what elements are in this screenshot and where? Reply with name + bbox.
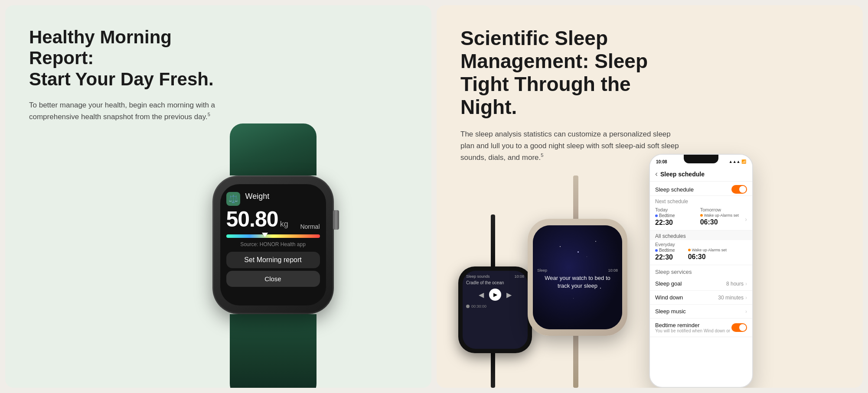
- watch-band-top: [230, 123, 317, 175]
- watches-group: Sleep sounds 10:08 Cradle of the ocean ◀…: [458, 175, 636, 388]
- watch-band-bottom: [230, 314, 317, 388]
- everyday-wakeup: Wake up·Alarms set 06:30: [688, 248, 727, 261]
- watch-large: Sleep 10:08 Wear your watch to bed to tr…: [528, 175, 636, 388]
- everyday-bed-dot: [655, 249, 658, 252]
- wakeup-type: Wake up·Alarms set: [700, 213, 745, 218]
- ws-header: Sleep sounds 10:08: [466, 274, 524, 279]
- ws-song: Cradle of the ocean: [466, 280, 524, 285]
- bedtime-dot: [655, 214, 658, 217]
- wakeup-dot: [700, 214, 703, 217]
- wind-down-value: 30 minutes: [718, 295, 744, 301]
- everyday-times: Bedtime 22:30 Wake up·Alarms set 06:30: [655, 248, 747, 261]
- right-panel: Scientific Sleep Management: Sleep Tight…: [437, 5, 863, 388]
- sleep-schedule-label: Sleep schedule: [655, 186, 694, 193]
- timer-icon: [466, 305, 470, 308]
- right-title: Scientific Sleep Management: Sleep Tight…: [460, 27, 677, 119]
- watch-value: 50.80: [226, 208, 278, 230]
- bedtime-type: Bedtime: [655, 213, 700, 218]
- wl-text: Wear your watch to bed to track your sle…: [533, 274, 622, 290]
- phone-notch: [684, 155, 718, 163]
- next-icon[interactable]: ▶: [506, 291, 512, 299]
- screen-title: Sleep schedule: [660, 171, 705, 178]
- watch-source: Source: HONOR Health app: [240, 241, 306, 247]
- watch-status: Normal: [300, 223, 320, 230]
- back-button[interactable]: ‹: [655, 169, 658, 179]
- watch-screen: ⚖️ Weight 50.80 kg Normal Source: HONOR …: [220, 184, 326, 305]
- wind-down-chevron: ›: [745, 295, 747, 301]
- phone-mockup: 10:08 ▲▲▲ 📶 ‹ Sleep schedule Sleep sched…: [649, 154, 753, 388]
- bedtime-reminder-toggle[interactable]: [731, 323, 747, 332]
- tomorrow-col: Tomorrow Wake up·Alarms set 06:30: [700, 207, 745, 227]
- watch-large-body: Sleep 10:08 Wear your watch to bed to tr…: [528, 219, 627, 336]
- wakeup-time-today: 06:30: [700, 218, 745, 226]
- wind-down-label: Wind down: [655, 294, 683, 301]
- today-label: Today: [655, 207, 700, 212]
- sleep-goal-chevron: ›: [745, 281, 747, 287]
- left-description: To better manage your health, begin each…: [29, 99, 255, 123]
- bedtime-reminder-label: Bedtime reminder: [655, 322, 730, 328]
- next-schedule-header: Next schedule: [650, 196, 752, 205]
- today-col: Today Bedtime 22:30: [655, 207, 700, 227]
- sleep-goal-right: 8 hours ›: [726, 281, 747, 287]
- ws-timer: 00:30:00: [466, 304, 524, 309]
- bedtime-reminder-content: Bedtime reminder You will be notified wh…: [655, 322, 730, 333]
- phone-content: ‹ Sleep schedule Sleep schedule Next sch…: [650, 167, 752, 382]
- left-panel: Healthy Morning Report: Start Your Day F…: [5, 5, 431, 388]
- watch-bar-track: [226, 234, 320, 238]
- everyday-label: Everyday: [655, 242, 747, 247]
- bedtime-reminder-item: Bedtime reminder You will be notified wh…: [650, 318, 752, 337]
- status-signal: ▲▲▲ 📶: [729, 159, 746, 164]
- play-button[interactable]: ▶: [489, 289, 501, 301]
- watch-container-left: ⚖️ Weight 50.80 kg Normal Source: HONOR …: [182, 123, 364, 388]
- phone-header: ‹ Sleep schedule: [650, 167, 752, 182]
- sleep-music-chevron: ›: [745, 309, 747, 315]
- schedule-chevron: ›: [745, 207, 747, 227]
- everyday-wake-time: 06:30: [688, 253, 727, 261]
- everyday-bed-time: 22:30: [655, 253, 675, 261]
- watch-large-screen: Sleep 10:08 Wear your watch to bed to tr…: [533, 225, 622, 329]
- wl-header: Sleep 10:08: [533, 265, 622, 273]
- sleep-music-label: Sleep music: [655, 308, 686, 315]
- everyday-wake-dot: [688, 249, 691, 251]
- sleep-goal-value: 8 hours: [726, 281, 744, 287]
- ws-controls: ◀ ▶ ▶: [466, 289, 524, 301]
- watch-small-screen: Sleep sounds 10:08 Cradle of the ocean ◀…: [463, 271, 528, 349]
- sleep-schedule-section: Sleep schedule: [650, 182, 752, 196]
- right-content: Sleep sounds 10:08 Cradle of the ocean ◀…: [458, 154, 863, 388]
- all-schedules-header: All schedules: [650, 231, 752, 240]
- next-schedule-row: Today Bedtime 22:30 Tomorrow Wake up·Ala…: [650, 205, 752, 231]
- tomorrow-label: Tomorrow: [700, 207, 745, 212]
- bedtime-reminder-note: You will be notified when Wind down or: [655, 328, 730, 333]
- watch-bar-indicator: [262, 233, 268, 237]
- everyday-bedtime: Bedtime 22:30: [655, 248, 675, 261]
- left-title: Healthy Morning Report: Start Your Day F…: [29, 27, 237, 90]
- wind-down-item[interactable]: Wind down 30 minutes ›: [650, 291, 752, 305]
- sleep-goal-item[interactable]: Sleep goal 8 hours ›: [650, 277, 752, 291]
- watch-label: Weight: [245, 192, 270, 201]
- sleep-services-header: Sleep services: [650, 265, 752, 277]
- weight-icon: ⚖️: [226, 192, 240, 206]
- watch-outer: ⚖️ Weight 50.80 kg Normal Source: HONOR …: [191, 123, 356, 388]
- watch-crown: [333, 210, 339, 230]
- sleep-music-item[interactable]: Sleep music ›: [650, 305, 752, 318]
- close-btn[interactable]: Close: [226, 271, 320, 287]
- watch-bar: [226, 234, 320, 238]
- status-time: 10:08: [656, 159, 667, 164]
- watch-body: ⚖️ Weight 50.80 kg Normal Source: HONOR …: [212, 175, 334, 314]
- set-morning-report-btn[interactable]: Set Morning report: [226, 252, 320, 268]
- wind-down-right: 30 minutes ›: [718, 295, 747, 301]
- watch-small-body: Sleep sounds 10:08 Cradle of the ocean ◀…: [458, 266, 532, 353]
- sleep-goal-label: Sleep goal: [655, 280, 682, 287]
- bedtime-time-today: 22:30: [655, 219, 700, 227]
- watch-unit: kg: [280, 220, 288, 229]
- prev-icon[interactable]: ◀: [479, 291, 484, 299]
- sleep-schedule-toggle[interactable]: [731, 185, 747, 194]
- everyday-row: Everyday Bedtime 22:30 Wa: [650, 240, 752, 265]
